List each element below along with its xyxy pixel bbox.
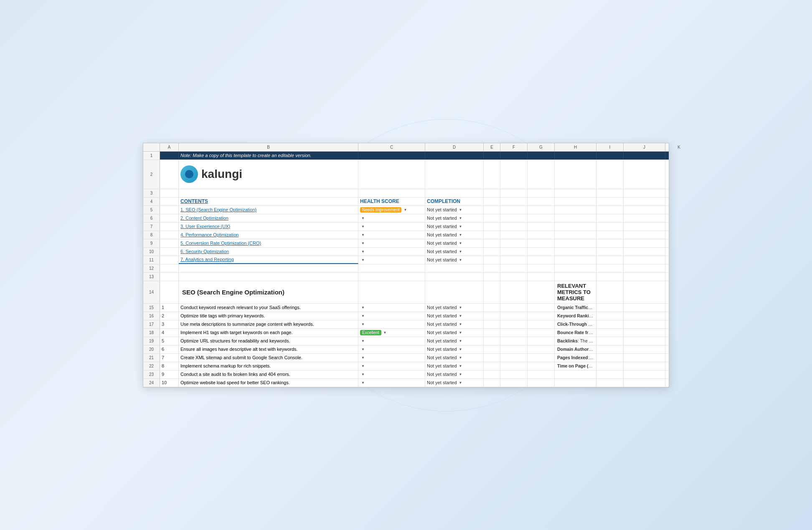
col-header-a[interactable]: A	[160, 143, 179, 151]
row-4: 4 CONTENTS HEALTH SCORE COMPLETION	[143, 198, 669, 206]
cell-4d: COMPLETION	[425, 198, 484, 205]
task-8: Implement schema markup for rich snippet…	[180, 363, 271, 368]
task-4: Implement H1 tags with target keywords o…	[180, 330, 292, 335]
cell-2k	[665, 160, 693, 189]
col-header-j[interactable]: J	[624, 143, 665, 151]
cell-5d[interactable]: Not yet started ▼	[425, 206, 484, 214]
cell-3k	[665, 189, 693, 197]
cell-5f	[500, 206, 528, 214]
row-num-12: 12	[143, 264, 160, 272]
cell-5a	[160, 206, 179, 214]
row-num-18: 18	[143, 329, 160, 337]
row-15: 15 1 Conduct keyword research relevant t…	[143, 304, 669, 312]
cell-4b: CONTENTS	[179, 198, 358, 205]
cell-1d	[425, 152, 484, 160]
cell-1a	[160, 152, 179, 160]
row-14: 14 SEO (Search Engine Optimization) RELE…	[143, 281, 669, 304]
cell-6b: 2. Content Optimization	[179, 214, 358, 222]
row-20: 20 6 Ensure all images have descriptive …	[143, 345, 669, 354]
cell-5i	[596, 206, 624, 214]
row-num-7: 7	[143, 223, 160, 231]
health-score-5[interactable]: Needs improvement ▼	[360, 207, 407, 213]
row-10: 10 6. Security Optimization ▼ Not yet st…	[143, 248, 669, 256]
cell-6d[interactable]: Not yet started ▼	[425, 214, 484, 222]
row-21: 21 7 Create XML sitemap and submit to Go…	[143, 354, 669, 362]
row-24: 24 10 Optimize website load speed for be…	[143, 379, 669, 387]
cell-4h	[555, 198, 596, 205]
task-9: Conduct a site audit to fix broken links…	[180, 372, 290, 377]
row-num-20: 20	[143, 345, 160, 353]
cell-6c[interactable]: ▼	[358, 214, 425, 222]
cell-4c: HEALTH SCORE	[358, 198, 425, 205]
col-header-k[interactable]: K	[665, 143, 693, 151]
logo-name: kalungi	[201, 167, 242, 181]
cell-5k	[665, 206, 693, 214]
cell-5g	[528, 206, 555, 214]
excellent-badge: Excellent	[360, 330, 381, 335]
contents-item-5[interactable]: 5. Conversion Rate Optimization (CRO)	[180, 241, 261, 246]
dropdown-arrow-5c[interactable]: ▼	[403, 208, 407, 212]
cell-5c[interactable]: Needs improvement ▼	[358, 206, 425, 214]
row-num-21: 21	[143, 354, 160, 362]
row-5: 5 1. SEO (Search Engine Optimization) Ne…	[143, 206, 669, 214]
cell-3d	[425, 189, 484, 197]
row-13: 13	[143, 273, 669, 281]
contents-header: CONTENTS	[180, 198, 208, 204]
cell-2c	[358, 160, 425, 189]
task-2: Optimize title tags with primary keyword…	[180, 313, 265, 318]
row-2: 2 kalungi	[143, 160, 669, 189]
cell-2j	[624, 160, 665, 189]
col-header-e[interactable]: E	[484, 143, 500, 151]
col-header-h[interactable]: H	[555, 143, 596, 151]
row-num-19: 19	[143, 337, 160, 345]
cell-1k	[665, 152, 693, 160]
dropdown-arrow-6c[interactable]: ▼	[361, 216, 365, 220]
cell-4a	[160, 198, 179, 205]
row-3: 3	[143, 189, 669, 198]
task-3: Use meta descriptions to summarize page …	[180, 322, 314, 327]
contents-item-7[interactable]: 7. Analytics and Reporting	[180, 257, 234, 262]
row-num-23: 23	[143, 370, 160, 378]
cell-4j	[624, 198, 665, 205]
row-num-9: 9	[143, 239, 160, 247]
cell-1i	[596, 152, 624, 160]
row-num-24: 24	[143, 379, 160, 387]
cell-3b	[179, 189, 358, 197]
dropdown-arrow-5d[interactable]: ▼	[459, 208, 462, 212]
row-num-1: 1	[143, 152, 160, 160]
cell-3e	[484, 189, 500, 197]
task-10: Optimize website load speed for better S…	[180, 380, 290, 385]
contents-item-3[interactable]: 3. User Experience (UX)	[180, 224, 230, 229]
row-num-4: 4	[143, 198, 160, 205]
completion-5[interactable]: Not yet started ▼	[427, 207, 462, 212]
task-6: Ensure all images have descriptive alt t…	[180, 347, 298, 352]
cell-5e	[484, 206, 500, 214]
cell-3i	[596, 189, 624, 197]
col-header-b[interactable]: B	[179, 143, 358, 151]
dropdown-arrow-6d[interactable]: ▼	[459, 216, 462, 220]
col-header-i[interactable]: I	[596, 143, 624, 151]
col-header-g[interactable]: G	[528, 143, 555, 151]
row-num-5: 5	[143, 206, 160, 214]
contents-item-1[interactable]: 1. SEO (Search Engine Optimization)	[180, 207, 256, 212]
row-19: 19 5 Optimize URL structures for readabi…	[143, 337, 669, 345]
row-16: 16 2 Optimize title tags with primary ke…	[143, 312, 669, 320]
row-num-3: 3	[143, 189, 160, 197]
cell-3f	[500, 189, 528, 197]
contents-item-2[interactable]: 2. Content Optimization	[180, 216, 228, 221]
spreadsheet: A B C D E F G H I J K 1 Note: Make a cop…	[143, 143, 669, 388]
row-23: 23 9 Conduct a site audit to fix broken …	[143, 370, 669, 379]
contents-item-4[interactable]: 4. Performance Optimization	[180, 232, 239, 237]
cell-2g	[528, 160, 555, 189]
col-header-c[interactable]: C	[358, 143, 425, 151]
logo-cell: kalungi	[180, 165, 242, 183]
row-9: 9 5. Conversion Rate Optimization (CRO) …	[143, 239, 669, 248]
cell-2d	[425, 160, 484, 189]
row-22: 22 8 Implement schema markup for rich sn…	[143, 362, 669, 370]
contents-item-6[interactable]: 6. Security Optimization	[180, 249, 229, 254]
seo-section-title: SEO (Search Engine Optimization)	[182, 289, 284, 296]
row-num-17: 17	[143, 320, 160, 328]
col-header-d[interactable]: D	[425, 143, 484, 151]
cell-2a	[160, 160, 179, 189]
col-header-f[interactable]: F	[500, 143, 528, 151]
